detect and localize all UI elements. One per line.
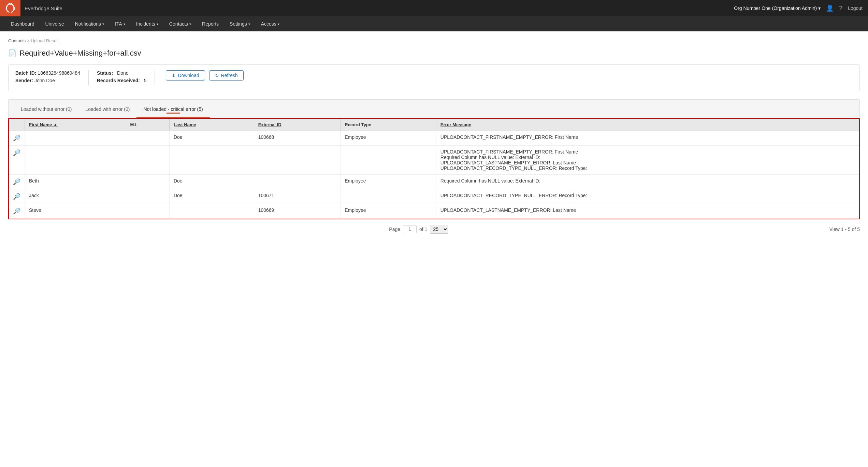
table-row: 🔎Steve100669EmployeeUPLOADCONTACT_LASTNA…: [9, 204, 859, 219]
help-icon[interactable]: ?: [839, 5, 842, 12]
breadcrumb: Contacts > Upload Result: [8, 38, 860, 43]
nav-bar: Dashboard Universe Notifications ▾ ITA ▾…: [0, 16, 868, 31]
records-label: Records Received:: [97, 78, 140, 83]
meta-status-records: Status: Done Records Received: 5: [97, 70, 155, 85]
cell-record-type: Employee: [341, 131, 436, 146]
cell-external-id: [254, 146, 341, 175]
logo: [0, 0, 20, 16]
cell-record-type: Employee: [341, 204, 436, 219]
tabs: Loaded without error (0) Loaded with err…: [14, 103, 854, 118]
of-label: of 1: [419, 227, 427, 232]
breadcrumb-current: Upload Result: [31, 38, 59, 43]
nav-ita[interactable]: ITA ▾: [110, 16, 131, 31]
org-selector[interactable]: Org Number One (Organization Admin) ▾: [734, 5, 821, 11]
binoculars-icon[interactable]: 🔎: [9, 131, 25, 146]
cell-last-name: [169, 146, 254, 175]
app-name: Everbridge Suite: [25, 5, 62, 11]
sender-label: Sender:: [15, 78, 33, 83]
metadata-row: Batch ID: 1866326498869484 Sender: John …: [8, 64, 860, 91]
results-table-wrapper: First Name ▲ M.I. Last Name External ID …: [8, 118, 860, 219]
records-value: 5: [144, 78, 147, 83]
actions-section: ⬇ Download ↻ Refresh: [166, 70, 243, 81]
cell-error-message: UPLOADCONTACT_FIRSTNAME_EMPTY_ERROR: Fir…: [436, 131, 859, 146]
download-button[interactable]: ⬇ Download: [166, 70, 205, 81]
tab-loaded-with-error[interactable]: Loaded with error (0): [78, 103, 136, 118]
breadcrumb-separator: >: [27, 38, 31, 43]
cell-mi: [126, 189, 169, 204]
records-line: Records Received: 5: [97, 78, 147, 83]
cell-record-type: [341, 146, 436, 175]
pagination-center: Page of 1 25 50 100: [389, 225, 448, 234]
nav-dashboard[interactable]: Dashboard: [5, 16, 40, 31]
binoculars-icon[interactable]: 🔎: [9, 204, 25, 219]
col-error-message: Error Message: [436, 119, 859, 131]
status-line: Status: Done: [97, 70, 147, 76]
refresh-icon: ↻: [215, 73, 219, 78]
binoculars-icon[interactable]: 🔎: [9, 146, 25, 175]
user-icon[interactable]: 👤: [826, 4, 834, 12]
nav-contacts[interactable]: Contacts ▾: [164, 16, 197, 31]
cell-external-id: [254, 175, 341, 189]
view-label: View 1 - 5 of 5: [829, 227, 860, 232]
binoculars-icon[interactable]: 🔎: [9, 189, 25, 204]
cell-first-name: [25, 131, 126, 146]
table-header-row: First Name ▲ M.I. Last Name External ID …: [9, 119, 859, 131]
nav-universe[interactable]: Universe: [40, 16, 70, 31]
refresh-button[interactable]: ↻ Refresh: [209, 70, 244, 81]
download-icon: ⬇: [172, 73, 176, 78]
meta-batch-sender: Batch ID: 1866326498869484 Sender: John …: [15, 70, 89, 85]
content-area: Contacts > Upload Result 📄 Required+Valu…: [0, 31, 868, 246]
col-icon: [9, 119, 25, 131]
table-row: 🔎JackDoe100671UPLOADCONTACT_RECORD_TYPE_…: [9, 189, 859, 204]
table-row: 🔎UPLOADCONTACT_FIRSTNAME_EMPTY_ERROR: Fi…: [9, 146, 859, 175]
table-row: 🔎Doe100668EmployeeUPLOADCONTACT_FIRSTNAM…: [9, 131, 859, 146]
cell-error-message: UPLOADCONTACT_FIRSTNAME_EMPTY_ERROR: Fir…: [436, 146, 859, 175]
nav-reports[interactable]: Reports: [197, 16, 224, 31]
cell-first-name: [25, 146, 126, 175]
page-label: Page: [389, 227, 400, 232]
cell-error-message: UPLOADCONTACT_RECORD_TYPE_NULL_ERROR: Re…: [436, 189, 859, 204]
logout-button[interactable]: Logout: [848, 5, 863, 11]
cell-last-name: Doe: [169, 175, 254, 189]
cell-external-id: 100671: [254, 189, 341, 204]
table-body: 🔎Doe100668EmployeeUPLOADCONTACT_FIRSTNAM…: [9, 131, 859, 219]
sender-line: Sender: John Doe: [15, 78, 80, 83]
cell-record-type: [341, 189, 436, 204]
file-icon: 📄: [8, 49, 17, 57]
cell-error-message: UPLOADCONTACT_LASTNAME_EMPTY_ERROR: Last…: [436, 204, 859, 219]
nav-access[interactable]: Access ▾: [256, 16, 285, 31]
chevron-down-icon: ▾: [248, 22, 250, 26]
chevron-down-icon: ▾: [818, 5, 821, 11]
cell-first-name: Beth: [25, 175, 126, 189]
nav-incidents[interactable]: Incidents ▾: [131, 16, 164, 31]
nav-notifications[interactable]: Notifications ▾: [70, 16, 110, 31]
page-title: Required+Value+Missing+for+all.csv: [19, 49, 141, 58]
nav-settings[interactable]: Settings ▾: [224, 16, 256, 31]
batch-id-label: Batch ID:: [15, 70, 36, 76]
col-first-name: First Name ▲: [25, 119, 126, 131]
status-label: Status:: [97, 70, 113, 76]
col-last-name: Last Name: [169, 119, 254, 131]
batch-id-line: Batch ID: 1866326498869484: [15, 70, 80, 76]
cell-record-type: Employee: [341, 175, 436, 189]
cell-mi: [126, 131, 169, 146]
breadcrumb-parent[interactable]: Contacts: [8, 38, 26, 43]
tabs-section: Loaded without error (0) Loaded with err…: [8, 99, 860, 118]
cell-last-name: [169, 204, 254, 219]
cell-error-message: Required Column has NULL value: External…: [436, 175, 859, 189]
per-page-select[interactable]: 25 50 100: [430, 225, 448, 234]
cell-mi: [126, 146, 169, 175]
tab-not-loaded-critical[interactable]: Not loaded - critical error (5): [136, 103, 209, 118]
chevron-down-icon: ▾: [278, 22, 279, 26]
cell-last-name: Doe: [169, 131, 254, 146]
cell-last-name: Doe: [169, 189, 254, 204]
page-input[interactable]: [403, 225, 417, 233]
col-mi: M.I.: [126, 119, 169, 131]
chevron-down-icon: ▾: [189, 22, 191, 26]
cell-external-id: 100669: [254, 204, 341, 219]
binoculars-icon[interactable]: 🔎: [9, 175, 25, 189]
table-row: 🔎BethDoeEmployeeRequired Column has NULL…: [9, 175, 859, 189]
tab-loaded-no-error[interactable]: Loaded without error (0): [14, 103, 78, 118]
cell-first-name: Jack: [25, 189, 126, 204]
cell-mi: [126, 204, 169, 219]
